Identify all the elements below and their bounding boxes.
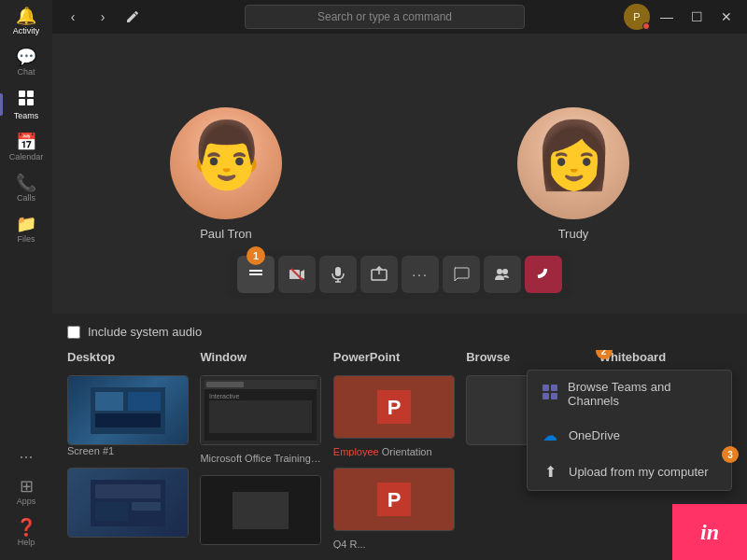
sidebar-item-apps[interactable]: ⊞ Apps: [0, 470, 52, 511]
participant1-name: Paul Tron: [200, 227, 252, 241]
sidebar-label-teams: Teams: [14, 111, 39, 120]
participant-1: Paul Tron: [170, 107, 282, 241]
svg-rect-9: [335, 267, 341, 276]
sidebar-item-help[interactable]: ❓ Help: [0, 511, 52, 553]
screen1-label: Screen #1: [67, 445, 189, 456]
screen1-thumbnail[interactable]: [67, 375, 189, 445]
video-button[interactable]: [278, 256, 316, 293]
more-button[interactable]: ···: [402, 256, 439, 293]
ppt-preview-2: P: [334, 469, 454, 530]
svg-rect-28: [233, 492, 289, 529]
window-label-1: Microsoft Office Training ...: [200, 453, 321, 464]
browse-teams-label: Browse Teams and Channels: [568, 380, 718, 408]
sidebar-item-files[interactable]: 📁 Files: [0, 208, 52, 249]
chat-button[interactable]: [443, 256, 480, 293]
window-preview-2: [201, 476, 320, 544]
participant2-avatar: [517, 107, 629, 219]
svg-text:P: P: [387, 488, 401, 511]
upload-icon: ⬆: [541, 463, 559, 481]
sidebar-label-calendar: Calendar: [9, 152, 44, 161]
more-dots-icon: ···: [412, 267, 429, 282]
titlebar: ‹ › Search or type a command P — ☐ ✕: [52, 0, 747, 34]
participants-button[interactable]: [484, 256, 521, 293]
svg-text:Interactive: Interactive: [209, 393, 239, 399]
svg-rect-2: [19, 99, 25, 105]
edit-button[interactable]: [120, 4, 146, 30]
sidebar-label-apps: Apps: [17, 497, 36, 506]
ppt-thumb-1[interactable]: P: [333, 375, 455, 439]
maximize-button[interactable]: ☐: [684, 4, 710, 30]
participant1-avatar: [170, 107, 282, 219]
svg-rect-16: [95, 392, 123, 411]
badge-1: 1: [247, 246, 265, 265]
apps-icon: ⊞: [20, 478, 34, 495]
browse-teams-item[interactable]: Browse Teams and Channels: [528, 371, 731, 417]
svg-rect-25: [206, 382, 244, 387]
svg-rect-27: [209, 400, 312, 433]
search-bar[interactable]: Search or type a command: [245, 5, 525, 29]
sidebar-item-calendar[interactable]: 📅 Calendar: [0, 126, 52, 167]
sidebar-label-help: Help: [18, 538, 35, 547]
sidebar-item-more[interactable]: ···: [0, 441, 52, 470]
invision-button[interactable]: in: [672, 504, 747, 560]
screen2-thumbnail[interactable]: [67, 468, 189, 538]
user-avatar[interactable]: P: [624, 4, 650, 30]
participant2-name: Trudy: [558, 227, 589, 241]
svg-point-13: [497, 269, 502, 274]
svg-rect-33: [543, 385, 549, 391]
svg-rect-20: [95, 484, 161, 498]
calls-icon: 📞: [16, 175, 36, 191]
ppt-thumb-2[interactable]: P: [333, 468, 455, 531]
back-button[interactable]: ‹: [60, 4, 86, 30]
sidebar-item-activity[interactable]: 🔔 Activity: [0, 0, 52, 41]
include-audio-checkbox[interactable]: [67, 326, 80, 339]
share-panel: Include system audio Desktop: [52, 314, 747, 560]
avatar-initials: P: [633, 11, 640, 22]
svg-rect-0: [19, 91, 25, 97]
upload-label: Upload from my computer: [569, 465, 709, 479]
browse-title: Browse: [466, 350, 599, 364]
share-button[interactable]: [360, 256, 398, 293]
powerpoint-title: PowerPoint: [333, 350, 466, 364]
svg-rect-18: [95, 413, 161, 427]
svg-rect-1: [27, 91, 34, 97]
ppt-preview-1: P: [334, 376, 454, 438]
screen1-preview: [68, 376, 188, 444]
files-icon: 📁: [16, 216, 36, 232]
onedrive-icon: ☁: [541, 427, 559, 444]
sidebar-item-teams[interactable]: Teams: [0, 82, 52, 126]
minimize-button[interactable]: —: [654, 4, 680, 30]
desktop-thumbnails: Screen #1: [67, 375, 200, 456]
onedrive-label: OneDrive: [569, 428, 620, 442]
desktop-title: Desktop: [67, 350, 200, 364]
browse-dropdown-menu: Browse Teams and Channels ☁ OneDrive ⬆ U…: [527, 370, 732, 491]
chat-icon: 💬: [16, 49, 36, 65]
calendar-icon: 📅: [16, 133, 36, 150]
titlebar-right: P — ☐ ✕: [624, 4, 740, 30]
ppt-label-1: Employee Orientation: [333, 446, 455, 456]
forward-button[interactable]: ›: [90, 4, 116, 30]
svg-rect-35: [543, 393, 549, 399]
teams-dropdown-icon: [541, 384, 558, 404]
mute-button[interactable]: [319, 256, 357, 293]
window-preview-1: Interactive: [201, 376, 320, 444]
svg-point-14: [502, 269, 508, 274]
help-icon: ❓: [16, 519, 36, 536]
sidebar-item-chat[interactable]: 💬 Chat: [0, 41, 52, 82]
window-thumb-2[interactable]: [200, 475, 321, 545]
window-thumb-1[interactable]: Interactive: [200, 375, 321, 445]
close-button[interactable]: ✕: [713, 4, 740, 30]
sidebar-label-activity: Activity: [13, 26, 40, 35]
include-audio-label: Include system audio: [88, 325, 202, 339]
sidebar-item-calls[interactable]: 📞 Calls: [0, 167, 52, 208]
end-call-button[interactable]: [525, 256, 562, 293]
upload-item[interactable]: ⬆ Upload from my computer 3: [528, 454, 731, 490]
svg-rect-36: [551, 393, 557, 399]
sidebar-label-chat: Chat: [17, 67, 35, 77]
sidebar: 🔔 Activity 💬 Chat Teams 📅 Calendar 📞 Cal…: [0, 0, 52, 560]
onedrive-item[interactable]: ☁ OneDrive: [528, 417, 731, 454]
svg-rect-21: [95, 502, 128, 521]
share-header: Include system audio: [67, 325, 732, 339]
screen2-preview: [68, 469, 188, 537]
svg-rect-34: [551, 385, 557, 391]
